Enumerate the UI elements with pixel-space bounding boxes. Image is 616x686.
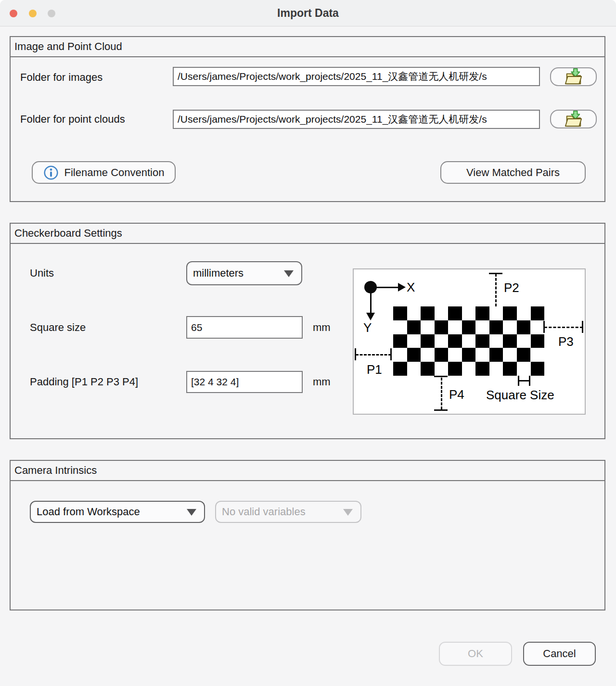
- folder-for-images-input[interactable]: [173, 67, 540, 86]
- square-size-input[interactable]: [186, 316, 303, 339]
- p2-label: P2: [504, 280, 519, 295]
- group-title-checkerboard-settings: Checkerboard Settings: [11, 224, 604, 244]
- group-image-and-point-cloud: Image and Point Cloud Folder for images …: [10, 36, 605, 202]
- cancel-button[interactable]: Cancel: [523, 642, 596, 666]
- p1-dashed-line: [356, 354, 391, 356]
- square-size-unit: mm: [313, 321, 331, 334]
- p3-label: P3: [558, 334, 574, 349]
- p4-dashed-line: [441, 378, 442, 409]
- intrinsics-variable-dropdown[interactable]: No valid variables: [215, 501, 361, 523]
- group-camera-intrinsics: Camera Intrinsics Load from Workspace No…: [10, 460, 605, 610]
- open-folder-icon: [563, 110, 585, 128]
- folder-for-images-label: Folder for images: [20, 71, 103, 84]
- view-matched-pairs-label: View Matched Pairs: [466, 166, 560, 179]
- ok-button[interactable]: OK: [439, 642, 512, 666]
- view-matched-pairs-button[interactable]: View Matched Pairs: [440, 161, 586, 184]
- square-size-label: Square size: [30, 321, 86, 334]
- group-checkerboard-settings: Checkerboard Settings Units millimeters …: [10, 223, 605, 439]
- checkerboard-diagram: X Y P2 P3 P1 P4: [353, 268, 586, 415]
- padding-label: Padding [P1 P2 P3 P4]: [30, 376, 138, 388]
- intrinsics-source-dropdown[interactable]: Load from Workspace: [30, 501, 205, 523]
- group-title-camera-intrinsics: Camera Intrinsics: [11, 461, 604, 481]
- group-title-image-point-cloud: Image and Point Cloud: [11, 37, 604, 57]
- x-axis-line: [371, 287, 398, 288]
- p3-dashed-line: [544, 327, 583, 328]
- units-label: Units: [30, 267, 54, 279]
- open-folder-icon: [563, 68, 585, 86]
- p4-label: P4: [449, 387, 464, 402]
- filename-convention-button[interactable]: Filename Convention: [32, 161, 176, 184]
- padding-unit: mm: [313, 376, 331, 388]
- filename-convention-label: Filename Convention: [64, 166, 165, 179]
- units-dropdown-value: millimeters: [193, 267, 244, 279]
- intrinsics-source-value: Load from Workspace: [37, 506, 140, 518]
- padding-input[interactable]: [186, 371, 303, 393]
- square-size-diagram-label: Square Size: [486, 388, 554, 402]
- square-size-bracket-right: [529, 376, 530, 386]
- title-bar: Import Data: [0, 0, 616, 26]
- chevron-down-icon: [284, 270, 294, 277]
- browse-point-clouds-folder-button[interactable]: [550, 110, 597, 128]
- p4-tick: [434, 409, 448, 411]
- p3-tick-left: [543, 321, 545, 333]
- p2-dashed-line: [495, 274, 497, 306]
- ok-button-label: OK: [468, 648, 483, 660]
- p3-tick-right: [582, 321, 583, 333]
- y-axis-line: [370, 287, 372, 313]
- import-data-dialog: Import Data Image and Point Cloud Folder…: [0, 0, 616, 686]
- chevron-down-icon: [343, 509, 353, 516]
- chevron-down-icon: [187, 509, 196, 516]
- x-axis-arrowhead: [398, 283, 406, 292]
- cancel-button-label: Cancel: [543, 648, 576, 660]
- p4-top-mark: [434, 376, 448, 377]
- folder-for-point-clouds-label: Folder for point clouds: [20, 113, 125, 126]
- x-axis-label: X: [407, 280, 415, 294]
- intrinsics-variable-value: No valid variables: [222, 506, 306, 518]
- p1-tick-right: [390, 348, 392, 360]
- p1-tick-left: [355, 348, 356, 360]
- y-axis-label: Y: [363, 320, 372, 335]
- checkerboard-board: [393, 306, 544, 376]
- y-axis-arrowhead: [366, 313, 375, 320]
- info-icon: [43, 165, 59, 180]
- window-title: Import Data: [0, 0, 616, 26]
- folder-for-point-clouds-input[interactable]: [173, 110, 540, 129]
- browse-images-folder-button[interactable]: [550, 67, 597, 86]
- units-dropdown[interactable]: millimeters: [186, 261, 302, 285]
- p1-label: P1: [367, 362, 382, 377]
